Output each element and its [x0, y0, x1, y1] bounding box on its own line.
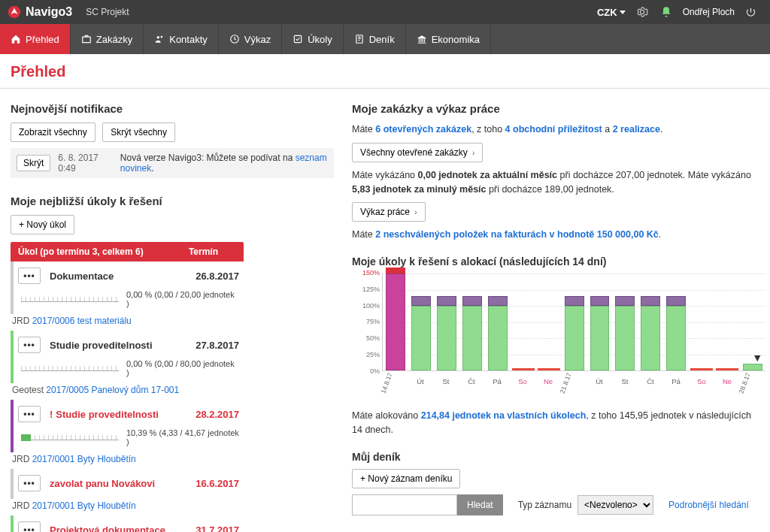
task-term: 28.2.2017: [196, 409, 239, 420]
opportunities-link[interactable]: 4 obchodní příležitost: [505, 124, 602, 135]
col-task: Úkol (po termínu 3, celkem 6): [18, 246, 144, 257]
power-button[interactable]: [745, 7, 756, 18]
check-square-icon: [293, 34, 303, 44]
show-all-button[interactable]: Zobrazit všechny: [11, 122, 95, 142]
clock-icon: [229, 34, 240, 44]
contacts-icon: [154, 34, 165, 44]
diary-search: Hledat: [352, 494, 503, 515]
logo-icon: [8, 5, 21, 19]
svg-point-1: [157, 36, 160, 39]
task-menu-button[interactable]: •••: [18, 406, 41, 422]
diary-search-input[interactable]: [352, 494, 457, 515]
task-progress: 0,00 % (0,00 / 20,00 jednotek ): [126, 290, 239, 308]
orders-heading: Moje zakázky a výkaz práce: [352, 102, 759, 115]
task-row: ••• Studie proveditelnosti 27.8.2017 0,0…: [11, 331, 244, 383]
task-menu-button[interactable]: •••: [18, 521, 41, 532]
diary-heading: Můj deník: [352, 451, 759, 463]
allocation-chart: 150%125%100%75%50%25%0%: [382, 274, 765, 371]
nav-denik[interactable]: Deník: [344, 24, 406, 54]
task-row: ••• zavolat panu Novákovi 16.6.2017: [11, 469, 244, 499]
task-title[interactable]: Dokumentace: [50, 271, 196, 282]
allocation-footer: Máte alokováno 214,84 jednotek na vlastn…: [352, 409, 759, 437]
invoices-summary: Máte 2 neschválených položek na fakturác…: [352, 228, 759, 242]
notification-date: 6. 8. 2017 0:49: [58, 153, 110, 174]
task-menu-button[interactable]: •••: [18, 475, 41, 491]
task-term: 27.8.2017: [196, 340, 239, 351]
notification-item: Skrýt 6. 8. 2017 0:49 Nová verze Navigo3…: [11, 148, 334, 178]
task-project-link[interactable]: JRD 2017/0001 Byty Hloubětín: [11, 452, 244, 469]
open-orders-link[interactable]: 6 otevřených zakázek: [375, 124, 471, 135]
user-name[interactable]: Ondřej Ploch: [683, 7, 735, 17]
app-logo[interactable]: Navigo3: [8, 5, 72, 19]
orders-summary: Máte 6 otevřených zakázek, z toho 4 obch…: [352, 122, 759, 137]
chevron-right-icon: ›: [414, 207, 417, 216]
record-type-label: Typ záznamu: [518, 500, 571, 510]
svg-point-2: [161, 36, 163, 38]
report-button[interactable]: Výkaz práce›: [352, 202, 426, 222]
notifications-heading: Nejnovější notifikace: [11, 102, 334, 115]
hide-button[interactable]: Skrýt: [17, 155, 50, 171]
new-diary-entry-button[interactable]: + Nový záznam deníku: [352, 469, 460, 488]
briefcase-icon: [81, 34, 92, 44]
tasks-table-header: Úkol (po termínu 3, celkem 6) Termín: [11, 242, 244, 261]
report-summary: Máte vykázáno 0,00 jednotek za aktuální …: [352, 168, 759, 197]
topbar: Navigo3 SC Projekt CZK Ondřej Ploch: [0, 0, 770, 24]
notification-text: Nová verze Navigo3: Můžete se podívat na…: [120, 153, 328, 174]
gear-icon: [636, 6, 648, 18]
power-icon: [745, 7, 756, 18]
task-project-link[interactable]: Geotest 2017/0005 Panelový dům 17-001: [11, 383, 244, 400]
new-task-button[interactable]: + Nový úkol: [11, 215, 74, 234]
task-progress: 10,39 % (4,33 / 41,67 jednotek ): [126, 428, 239, 446]
task-title[interactable]: Projektová dokumentace: [50, 524, 196, 533]
diary-search-button[interactable]: Hledat: [457, 494, 503, 515]
nav-zakazky[interactable]: Zakázky: [71, 24, 144, 54]
task-progress: 0,00 % (0,00 / 80,00 jednotek ): [126, 359, 239, 377]
task-project-link[interactable]: JRD 2017/0001 Byty Hloubětín: [11, 499, 244, 515]
record-type-select[interactable]: <Nezvoleno>: [578, 495, 653, 515]
all-orders-button[interactable]: Všechny otevřené zakázky›: [352, 143, 483, 162]
main-nav: Přehled Zakázky Kontakty Výkaz Úkoly Den…: [0, 24, 770, 54]
bank-icon: [417, 34, 427, 44]
notifications-button[interactable]: [660, 6, 672, 18]
task-row: ••• Projektová dokumentace 31.7.2017: [11, 515, 244, 532]
allocation-heading: Moje úkoly k řešení s alokací (následují…: [352, 255, 759, 268]
workspace-name[interactable]: SC Projekt: [86, 7, 129, 17]
nav-ekonomika[interactable]: Ekonomika: [406, 24, 491, 54]
nav-vykaz[interactable]: Výkaz: [219, 24, 282, 54]
chevron-right-icon: ›: [472, 148, 475, 157]
currency-selector[interactable]: CZK: [597, 7, 626, 18]
col-term: Termín: [189, 246, 236, 257]
advanced-search-link[interactable]: Podrobnější hledání: [668, 500, 749, 510]
nav-prehled[interactable]: Přehled: [0, 24, 71, 54]
task-project-link[interactable]: JRD 2017/0006 test materiálu: [11, 314, 244, 331]
expand-caret-icon[interactable]: ▼: [752, 352, 762, 364]
settings-button[interactable]: [636, 6, 648, 18]
task-row: ••• !Studie proveditelnosti 28.2.2017 10…: [11, 400, 244, 452]
task-title[interactable]: !Studie proveditelnosti: [50, 409, 196, 420]
task-term: 16.6.2017: [196, 478, 239, 489]
task-term: 26.8.2017: [196, 271, 239, 282]
realizations-link[interactable]: 2 realizace: [613, 124, 660, 135]
home-icon: [11, 34, 21, 44]
task-row: ••• Dokumentace 26.8.2017 0,00 % (0,00 /…: [11, 261, 244, 314]
nav-kontakty[interactable]: Kontakty: [144, 24, 219, 54]
app-name: Navigo3: [26, 5, 72, 19]
unapproved-invoices-link[interactable]: 2 neschválených položek na fakturách v h…: [375, 229, 659, 240]
svg-rect-4: [295, 35, 302, 42]
nav-ukoly[interactable]: Úkoly: [282, 24, 344, 54]
bell-icon: [660, 6, 672, 18]
task-term: 31.7.2017: [196, 524, 239, 533]
task-menu-button[interactable]: •••: [18, 337, 41, 353]
task-menu-button[interactable]: •••: [18, 268, 41, 284]
page-title: Přehled: [0, 54, 770, 83]
allocated-units-link[interactable]: 214,84 jednotek na vlastních úkolech: [421, 410, 587, 421]
notebook-icon: [354, 34, 365, 44]
tasks-heading: Moje nejbližší úkoly k řešení: [11, 195, 334, 207]
task-title[interactable]: zavolat panu Novákovi: [50, 478, 196, 489]
hide-all-button[interactable]: Skrýt všechny: [102, 122, 175, 142]
task-title[interactable]: Studie proveditelnosti: [50, 340, 196, 351]
